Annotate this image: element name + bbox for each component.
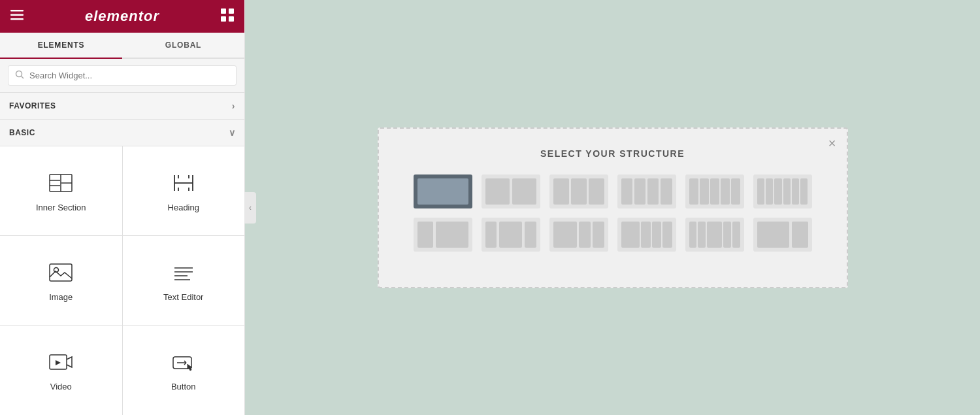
- svg-rect-4: [229, 8, 234, 14]
- widget-text-editor-label: Text Editor: [163, 292, 203, 302]
- svg-rect-6: [229, 16, 234, 22]
- logo: elementor: [85, 8, 159, 25]
- structure-option-5col[interactable]: [685, 174, 744, 208]
- svg-point-7: [16, 71, 22, 77]
- structure-row-1: [399, 174, 827, 208]
- sidebar: elementor ELEMENTS GLOBAL F: [0, 0, 245, 415]
- structure-dialog: × SELECT YOUR STRUCTURE: [378, 127, 848, 288]
- sidebar-collapse-button[interactable]: ‹: [244, 192, 256, 224]
- structure-close-button[interactable]: ×: [828, 137, 836, 150]
- structure-option-6col[interactable]: [753, 174, 812, 208]
- basic-chevron-icon: ∨: [229, 127, 236, 138]
- heading-icon: [171, 170, 197, 196]
- inner-section-icon: [48, 170, 74, 196]
- widgets-grid: Inner Section Heading: [0, 146, 244, 415]
- svg-rect-3: [221, 8, 226, 14]
- widget-text-editor[interactable]: Text Editor: [123, 236, 245, 325]
- widget-inner-section-label: Inner Section: [36, 203, 86, 212]
- text-editor-icon: [171, 259, 197, 286]
- hamburger-icon[interactable]: [10, 10, 24, 24]
- search-input[interactable]: [29, 71, 229, 80]
- svg-rect-2: [10, 18, 24, 20]
- svg-rect-5: [221, 16, 226, 22]
- structure-option-2col[interactable]: [482, 174, 540, 208]
- search-container: [0, 59, 244, 93]
- widget-button-label: Button: [171, 382, 196, 391]
- structure-option-3col[interactable]: [549, 174, 608, 208]
- svg-line-8: [22, 76, 24, 79]
- favorites-label: FAVORITES: [9, 101, 56, 110]
- basic-label: BASIC: [9, 128, 35, 137]
- sidebar-header: elementor: [0, 0, 244, 33]
- canvas: × SELECT YOUR STRUCTURE: [245, 0, 980, 415]
- widget-video-label: Video: [50, 382, 72, 391]
- favorites-section-header[interactable]: FAVORITES ›: [0, 93, 244, 120]
- button-icon: [171, 349, 197, 375]
- structure-option-4col-v2[interactable]: [617, 218, 676, 252]
- svg-marker-28: [56, 360, 61, 365]
- grid-icon[interactable]: [221, 8, 234, 25]
- structure-option-1col[interactable]: [414, 174, 472, 208]
- widget-heading-label: Heading: [168, 203, 199, 212]
- structure-option-2-1-1[interactable]: [549, 218, 608, 252]
- widget-button[interactable]: Button: [123, 326, 245, 415]
- svg-rect-1: [10, 14, 24, 16]
- image-icon: [48, 259, 74, 286]
- structure-dialog-title: SELECT YOUR STRUCTURE: [399, 148, 827, 159]
- tab-global[interactable]: GLOBAL: [122, 33, 244, 58]
- widget-video[interactable]: Video: [0, 326, 122, 415]
- sidebar-tabs: ELEMENTS GLOBAL: [0, 33, 244, 59]
- svg-rect-21: [50, 264, 72, 281]
- widget-heading[interactable]: Heading: [123, 146, 245, 235]
- widget-image[interactable]: Image: [0, 236, 122, 325]
- structure-option-5col-v2[interactable]: [685, 218, 744, 252]
- structure-option-1-2-1[interactable]: [482, 218, 540, 252]
- svg-rect-0: [10, 10, 24, 12]
- structure-row-2: [399, 218, 827, 252]
- basic-section-header[interactable]: BASIC ∨: [0, 120, 244, 146]
- structure-option-2-1[interactable]: [753, 218, 812, 252]
- search-wrapper: [8, 65, 237, 86]
- search-icon: [15, 70, 24, 81]
- tab-elements[interactable]: ELEMENTS: [0, 33, 122, 58]
- structure-option-4col[interactable]: [617, 174, 676, 208]
- favorites-chevron-icon: ›: [232, 101, 235, 111]
- video-icon: [48, 349, 74, 375]
- widget-inner-section[interactable]: Inner Section: [0, 146, 122, 235]
- structure-option-1-2[interactable]: [414, 218, 472, 252]
- widget-image-label: Image: [49, 292, 73, 302]
